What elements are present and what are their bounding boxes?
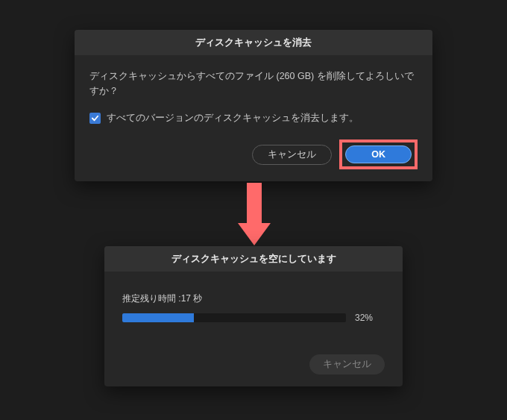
- progress-cancel-button[interactable]: キャンセル: [309, 354, 385, 374]
- confirm-dialog-title: ディスクキャッシュを消去: [75, 30, 432, 55]
- progress-fill: [122, 313, 194, 322]
- progress-button-row: キャンセル: [122, 354, 385, 374]
- checkbox-icon[interactable]: [89, 113, 101, 124]
- confirm-dialog-body: ディスクキャッシュからすべてのファイル (260 GB) を削除してよろしいです…: [75, 55, 432, 181]
- ok-highlight-frame: OK: [339, 140, 418, 169]
- checkbox-label: すべてのバージョンのディスクキャッシュを消去します。: [107, 112, 359, 125]
- confirm-message: ディスクキャッシュからすべてのファイル (260 GB) を削除してよろしいです…: [89, 69, 418, 98]
- ok-button[interactable]: OK: [345, 145, 412, 163]
- checkbox-row[interactable]: すべてのバージョンのディスクキャッシュを消去します。: [89, 112, 418, 125]
- confirm-button-row: キャンセル OK: [89, 140, 418, 169]
- cancel-button[interactable]: キャンセル: [252, 145, 332, 165]
- progress-percent: 32%: [355, 313, 373, 323]
- progress-dialog-body: 推定残り時間 :17 秒 32% キャンセル: [104, 272, 403, 386]
- arrow-down-icon: [243, 183, 265, 245]
- progress-row: 32%: [122, 313, 385, 323]
- progress-bar: [122, 313, 346, 322]
- progress-dialog-title: ディスクキャッシュを空にしています: [104, 246, 403, 272]
- estimate-label: 推定残り時間 :17 秒: [122, 292, 385, 305]
- confirm-dialog: ディスクキャッシュを消去 ディスクキャッシュからすべてのファイル (260 GB…: [75, 30, 432, 181]
- progress-dialog: ディスクキャッシュを空にしています 推定残り時間 :17 秒 32% キャンセル: [104, 246, 403, 386]
